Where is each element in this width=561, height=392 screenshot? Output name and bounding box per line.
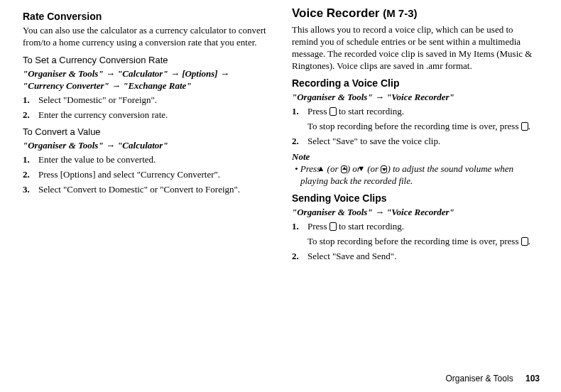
recording-heading: Recording a Voice Clip [292, 77, 540, 89]
convert-value-heading: To Convert a Value [23, 126, 271, 138]
list-item: 2.Select "Save" to save the voice clip. [292, 136, 540, 148]
right-column: Voice Recorder (M 7-3) This allows you t… [292, 6, 540, 266]
step-text: Press to start recording. [307, 221, 540, 233]
text-fragment: (or [365, 163, 381, 174]
text-fragment: (or [325, 163, 340, 174]
step-extra-text: To stop recording before the recording t… [307, 121, 540, 133]
step-number: 1. [292, 106, 307, 133]
rate-conversion-heading: Rate Conversion [23, 10, 271, 23]
step-number: 1. [292, 221, 307, 248]
sending-steps: 1. Press to start recording. To stop rec… [292, 221, 540, 263]
center-key-icon [521, 237, 528, 246]
note-label: Note [292, 151, 540, 163]
step-text: Select "Domestic" or "Foreign". [38, 94, 271, 107]
voice-recorder-intro: This allows you to record a voice clip, … [292, 24, 540, 72]
recording-steps: 1. Press to start recording. To stop rec… [292, 106, 540, 148]
step-number: 1. [23, 94, 38, 107]
set-rate-steps: 1.Select "Domestic" or "Foreign". 2.Ente… [23, 94, 271, 121]
footer-section: Organiser & Tools [445, 374, 513, 383]
text-fragment: to start recording. [337, 221, 404, 232]
list-item: 2.Select "Save and Send". [292, 251, 540, 263]
list-item: 1.Enter the value to be converted. [23, 154, 271, 166]
center-key-icon [329, 222, 337, 231]
step-text: Select "Save" to save the voice clip. [307, 136, 540, 148]
columns: Rate Conversion You can also use the cal… [23, 6, 540, 266]
list-item: 1. Press to start recording. To stop rec… [292, 221, 540, 248]
sending-path: "Organiser & Tools" → "Voice Recorder" [292, 207, 540, 219]
step-extra-text: To stop recording before the recording t… [307, 236, 540, 248]
text-fragment: . [528, 121, 530, 131]
list-item: 3.Select "Convert to Domestic" or "Conve… [23, 184, 271, 196]
center-key-icon [521, 122, 528, 131]
voice-recorder-title-text: Voice Recorder [292, 6, 379, 20]
voice-recorder-heading: Voice Recorder (M 7-3) [292, 6, 540, 21]
step-text: Enter the currency conversion rate. [38, 109, 271, 121]
recording-path: "Organiser & Tools" → "Voice Recorder" [292, 92, 540, 104]
left-column: Rate Conversion You can also use the cal… [23, 6, 271, 266]
text-fragment: . [528, 236, 530, 246]
note-body: • Press ▲ (or ) or ▼ (or ) to adjust the… [292, 163, 540, 187]
convert-value-path: "Organiser & Tools" → "Calculator" [23, 140, 271, 152]
list-item: 2.Press [Options] and select "Currency C… [23, 169, 271, 181]
text-fragment: to start recording. [337, 106, 404, 116]
side-down-key-icon [381, 165, 387, 173]
text-fragment: Press [307, 221, 329, 232]
set-rate-path: "Organiser & Tools" → "Calculator" → [Op… [23, 68, 271, 92]
menu-code: (M 7-3) [383, 7, 417, 19]
footer-page-number: 103 [525, 374, 540, 383]
center-key-icon [329, 107, 337, 116]
side-up-key-icon [341, 165, 347, 173]
step-number: 2. [292, 136, 307, 148]
page: Rate Conversion You can also use the cal… [0, 0, 561, 392]
text-fragment: Press [307, 106, 329, 116]
step-number: 2. [23, 169, 38, 181]
step-number: 1. [23, 154, 38, 166]
list-item: 2.Enter the currency conversion rate. [23, 109, 271, 121]
step-text: Enter the value to be converted. [38, 154, 271, 166]
step-text: Select "Convert to Domestic" or "Convert… [38, 184, 271, 196]
footer: Organiser & Tools 103 [445, 374, 540, 383]
convert-value-steps: 1.Enter the value to be converted. 2.Pre… [23, 154, 271, 196]
step-number: 2. [23, 109, 38, 121]
sending-heading: Sending Voice Clips [292, 192, 540, 205]
step-text: Press [Options] and select "Currency Con… [38, 169, 271, 181]
list-item: 1. Press to start recording. To stop rec… [292, 106, 540, 133]
text-fragment: To stop recording before the recording t… [307, 236, 521, 246]
list-item: 1.Select "Domestic" or "Foreign". [23, 94, 271, 107]
step-text: Press to start recording. [307, 106, 540, 118]
step-number: 3. [23, 184, 38, 196]
text-fragment: To stop recording before the recording t… [307, 121, 521, 131]
rate-conversion-intro: You can also use the calculator as a cur… [23, 25, 271, 49]
set-rate-heading: To Set a Currency Conversion Rate [23, 55, 271, 67]
step-number: 2. [292, 251, 307, 263]
step-text: Select "Save and Send". [307, 251, 540, 263]
